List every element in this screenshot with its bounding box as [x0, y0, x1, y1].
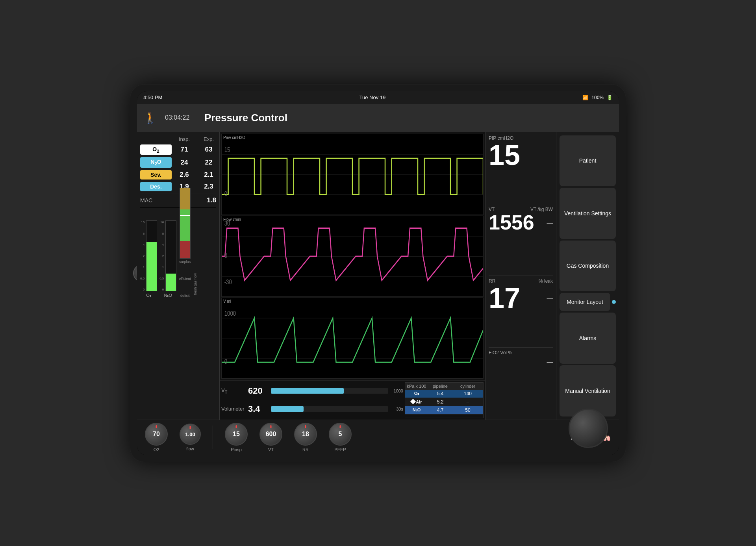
volumeter-progress-fill	[271, 406, 304, 412]
peep-knob-label: PEEP	[334, 447, 346, 452]
gst-n2o-cylinder: 50	[454, 407, 482, 413]
divider-3	[489, 347, 553, 348]
active-indicator	[612, 300, 616, 304]
svg-text:0: 0	[224, 190, 227, 197]
gst-unit-label: kPa x 100	[407, 384, 426, 389]
rr-dash: –	[547, 292, 553, 304]
gst-cylinder-header: cylinder	[454, 384, 482, 389]
rr-knob-label: RR	[302, 447, 309, 452]
gst-row-air: Air 5.2 –	[405, 398, 483, 406]
svg-text:0: 0	[224, 252, 227, 259]
fio2-label: FiO2 Vol %	[489, 350, 512, 355]
svg-text:15: 15	[224, 146, 230, 153]
vt-knob[interactable]: 600	[259, 423, 282, 446]
gst-air-label: Air	[407, 400, 426, 404]
gas-des-exp: 2.3	[197, 183, 220, 191]
gas-supply-table: kPa x 100 pipeline cylinder O₂ 5.4 140 A…	[405, 382, 484, 418]
patient-button[interactable]: Patient	[560, 135, 616, 187]
vt-section: VT 620 1000 Volumeter 3.4	[221, 382, 403, 418]
battery-level: 100%	[591, 95, 604, 100]
gas-label-o2: O2	[140, 144, 172, 155]
gst-pipeline-header: pipeline	[426, 384, 454, 389]
o2-knob[interactable]: 70	[145, 423, 168, 446]
charts-area: Paw cmH2O 15 0	[220, 132, 485, 380]
header: 🚶 03:04:22 Pressure Control	[137, 104, 619, 132]
left-panel: Insp. Exp. O2 71 63 % N2O 24 22 %	[137, 132, 220, 420]
status-date: Tue Nov 19	[359, 94, 385, 100]
rr-metric-block: RR % leak 17 –	[489, 278, 553, 345]
rr-knob-group: 18 RR	[294, 423, 317, 452]
session-time: 03:04:22	[165, 114, 196, 121]
gst-air-pipeline: 5.2	[426, 399, 454, 405]
gas-supply-header: kPa x 100 pipeline cylinder	[405, 383, 483, 390]
rr-value: 17	[489, 284, 520, 312]
status-bar: 4:50 PM Tue Nov 19 📶 100% 🔋	[137, 91, 619, 104]
flow-label: Flow l/min	[223, 217, 241, 222]
main-rotary-knob[interactable]	[569, 409, 608, 448]
gas-n2o-exp: 22	[197, 159, 220, 167]
exp-header: Exp.	[197, 136, 220, 142]
vt-metric-value: 620	[248, 386, 268, 396]
flow-knob-value: 1.00	[185, 431, 195, 437]
metrics-display: PIP cmH2O 15 VT VT /kg BW 1556 –	[485, 132, 556, 420]
gst-o2-pipeline: 5.4	[426, 391, 454, 396]
pinsp-knob[interactable]: 15	[225, 423, 248, 446]
gst-row-o2: O₂ 5.4 140	[405, 390, 483, 398]
o2-knob-label: O2	[154, 447, 159, 452]
alarms-button[interactable]: Alarms	[560, 313, 616, 364]
vt-metric-block: VT VT /kg BW 1556 –	[489, 207, 553, 273]
divider-1	[489, 204, 553, 204]
flow-meters-section: 1684210.50 O₂ 1684	[140, 211, 216, 298]
o2-bar	[146, 220, 157, 291]
volumeter-value: 3.4	[248, 404, 268, 414]
vt-progress-fill	[271, 388, 344, 394]
pinsp-knob-group: 15 Pinsp	[225, 423, 248, 452]
n2o-meter-label: N₂O	[164, 293, 172, 298]
bottom-bar: 70 O2 1.00 flow 15 Pinsp	[137, 420, 619, 455]
vt-big-value: 1556	[489, 212, 534, 233]
gas-label-des: Des.	[140, 182, 172, 191]
flow-knob[interactable]: 1.00	[180, 424, 201, 445]
mac-row: MAC 1.8	[140, 194, 216, 204]
o2-knob-value: 70	[153, 431, 160, 438]
gas-sev-exp: 2.1	[197, 171, 220, 179]
volumeter-max-value: 30s	[391, 407, 403, 411]
ventilation-settings-button[interactable]: Ventilation Settings	[560, 188, 616, 239]
n2o-flow-meter: 1684210.50 N₂O	[159, 220, 176, 298]
status-right: 📶 100% 🔋	[582, 95, 613, 100]
gst-o2-cylinder: 140	[454, 391, 482, 396]
tablet-screen: 4:50 PM Tue Nov 19 📶 100% 🔋 🚶 03:04:22 P…	[137, 91, 619, 455]
right-metrics-panel: PIP cmH2O 15 VT VT /kg BW 1556 –	[485, 132, 556, 420]
insp-header: Insp.	[172, 136, 196, 142]
gas-n2o-insp: 24	[172, 159, 196, 167]
pip-value: 15	[489, 141, 553, 169]
flow-chart: Flow l/min 30 0 -30	[221, 216, 484, 297]
vt-metric-label: VT	[221, 387, 245, 394]
volumeter-label: Volumeter	[221, 406, 245, 412]
gas-composition-header: Insp. Exp.	[140, 136, 216, 142]
gas-composition-button[interactable]: Gas Composition	[560, 241, 616, 292]
vt-max-value: 1000	[391, 389, 403, 393]
combined-flow-meter: surplus efficient deficit	[179, 188, 191, 298]
n2o-bar	[165, 220, 176, 291]
sidebar-buttons: Patient Ventilation Settings Gas Composi…	[556, 132, 619, 420]
volumeter-row: Volumeter 3.4 30s	[221, 404, 403, 414]
peep-knob-value: 5	[339, 431, 342, 438]
pip-metric: PIP cmH2O 15	[489, 135, 553, 202]
knob-separator-1	[213, 426, 213, 449]
o2-meter-label: O₂	[146, 293, 151, 298]
pct-leak-label: % leak	[539, 278, 553, 284]
metrics-row: VT 620 1000 Volumeter 3.4	[220, 380, 485, 420]
rr-knob[interactable]: 18	[294, 423, 317, 446]
rr-knob-value: 18	[302, 431, 309, 438]
peep-knob[interactable]: 5	[329, 423, 352, 446]
vt-knob-group: 600 VT	[259, 423, 282, 452]
battery-icon: 🔋	[607, 95, 613, 100]
mac-label: MAC	[140, 197, 152, 204]
o2-flow-meter: 1684210.50 O₂	[140, 220, 157, 298]
volume-chart: V ml 1000 0	[221, 298, 484, 379]
monitor-layout-button[interactable]: Monitor Layout	[560, 293, 610, 311]
vt-row: VT 620 1000	[221, 386, 403, 396]
mac-value: 1.8	[207, 196, 216, 204]
gst-row-n2o: N₂O 4.7 50	[405, 406, 483, 415]
